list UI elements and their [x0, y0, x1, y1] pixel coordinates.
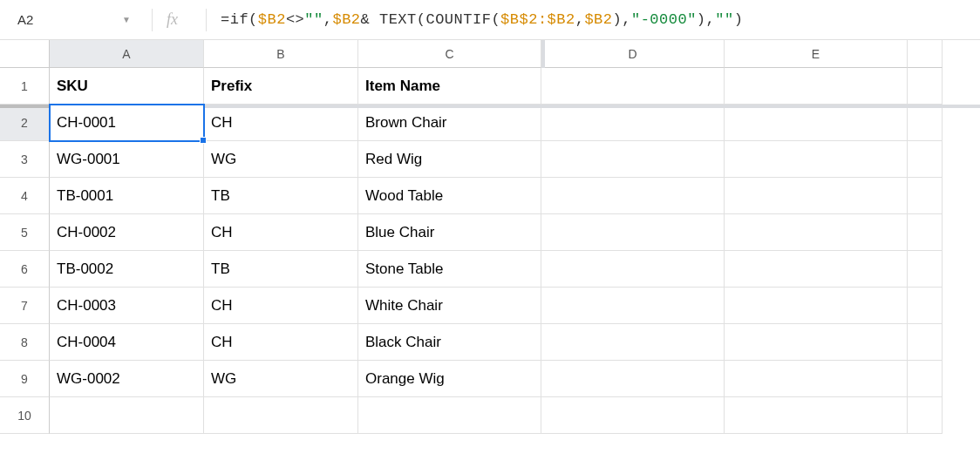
cell-b1[interactable]: Prefix	[204, 68, 358, 105]
cell-d3[interactable]	[541, 141, 725, 178]
row-header-8[interactable]: 8	[0, 324, 50, 361]
formula-token: (	[417, 11, 426, 28]
cell-a2[interactable]: CH-0001	[50, 105, 204, 141]
cell-a9[interactable]: WG-0002	[50, 361, 204, 397]
formula-token: ,	[622, 11, 631, 28]
cell-a3[interactable]: WG-0001	[50, 141, 204, 178]
cell[interactable]	[908, 361, 943, 397]
formula-token: ,	[706, 11, 716, 28]
formula-input[interactable]: =if($B2<>"",$B2 & TEXT(COUNTIF($B$2:$B2,…	[221, 7, 973, 33]
formula-token: <>	[286, 11, 304, 28]
cell[interactable]	[908, 324, 943, 361]
cell-b9[interactable]: WG	[204, 361, 358, 397]
cell-e3[interactable]	[725, 141, 908, 178]
cell-b10[interactable]	[204, 397, 358, 434]
formula-token: )	[734, 11, 744, 28]
cell[interactable]	[908, 214, 943, 251]
cell-c1[interactable]: Item Name	[358, 68, 541, 105]
cell-a8[interactable]: CH-0004	[50, 324, 204, 361]
cell-b6[interactable]: TB	[204, 251, 358, 288]
formula-token: & TEXT	[361, 11, 417, 28]
formula-token: ""	[715, 11, 733, 28]
cell-c9[interactable]: Orange Wig	[358, 361, 541, 397]
row-header-1[interactable]: 1	[0, 68, 50, 105]
cell-c3[interactable]: Red Wig	[358, 141, 541, 178]
cell-d1[interactable]	[541, 68, 725, 105]
cell-e6[interactable]	[725, 251, 908, 288]
column-header-b[interactable]: B	[204, 40, 358, 68]
fx-icon: fx	[167, 10, 178, 29]
cell-d9[interactable]	[541, 361, 725, 397]
cell-b5[interactable]: CH	[204, 214, 358, 251]
cell[interactable]	[908, 141, 943, 178]
row-header-5[interactable]: 5	[0, 214, 50, 251]
row-header-10[interactable]: 10	[0, 397, 50, 434]
cell-d4[interactable]	[541, 178, 725, 214]
cell-e9[interactable]	[725, 361, 908, 397]
cell-e1[interactable]	[725, 68, 908, 105]
select-all-corner[interactable]	[0, 40, 50, 68]
cell-e10[interactable]	[725, 397, 908, 434]
cell-a10[interactable]	[50, 397, 204, 434]
formula-token: =if	[221, 11, 248, 28]
cell[interactable]	[908, 288, 943, 324]
cell-a7[interactable]: CH-0003	[50, 288, 204, 324]
cell-d10[interactable]	[541, 397, 725, 434]
cell[interactable]	[908, 251, 943, 288]
cell-c10[interactable]	[358, 397, 541, 434]
formula-token: (	[248, 11, 258, 28]
cell-e7[interactable]	[725, 288, 908, 324]
cell-c5[interactable]: Blue Chair	[358, 214, 541, 251]
cell-e4[interactable]	[725, 178, 908, 214]
column-header-e[interactable]: E	[725, 40, 908, 68]
cell-a6[interactable]: TB-0002	[50, 251, 204, 288]
formula-token: ,	[575, 11, 585, 28]
cell-c7[interactable]: White Chair	[358, 288, 541, 324]
cell-a1[interactable]: SKU	[50, 68, 204, 105]
cell-e8[interactable]	[725, 324, 908, 361]
row-header-9[interactable]: 9	[0, 361, 50, 397]
divider	[206, 9, 207, 31]
column-header-d[interactable]: D	[541, 40, 725, 68]
column-header[interactable]	[908, 40, 943, 68]
cell[interactable]	[908, 178, 943, 214]
cell[interactable]	[908, 105, 943, 141]
cell[interactable]	[908, 68, 943, 105]
cell-c2[interactable]: Brown Chair	[358, 105, 541, 141]
row-header-3[interactable]: 3	[0, 141, 50, 178]
name-box[interactable]: A2 ▼	[7, 7, 138, 33]
cell-d8[interactable]	[541, 324, 725, 361]
chevron-down-icon[interactable]: ▼	[122, 15, 131, 24]
cell-c4[interactable]: Wood Table	[358, 178, 541, 214]
formula-token: COUNTIF	[425, 11, 491, 28]
cell[interactable]	[908, 397, 943, 434]
row-header-6[interactable]: 6	[0, 251, 50, 288]
cell-b8[interactable]: CH	[204, 324, 358, 361]
cell-d7[interactable]	[541, 288, 725, 324]
column-header-c[interactable]: C	[358, 40, 541, 68]
cell-d2[interactable]	[541, 105, 725, 141]
cell-c8[interactable]: Black Chair	[358, 324, 541, 361]
formula-token: ,	[323, 11, 333, 28]
cell-d5[interactable]	[541, 214, 725, 251]
cell-d6[interactable]	[541, 251, 725, 288]
formula-token: $B2	[332, 11, 360, 28]
cell-b3[interactable]: WG	[204, 141, 358, 178]
cell-b4[interactable]: TB	[204, 178, 358, 214]
row-header-7[interactable]: 7	[0, 288, 50, 324]
cell-b7[interactable]: CH	[204, 288, 358, 324]
formula-token: (	[491, 11, 500, 28]
cell-e2[interactable]	[725, 105, 908, 141]
fill-handle[interactable]	[200, 137, 207, 144]
column-header-a[interactable]: A	[50, 40, 204, 68]
cell-a4[interactable]: TB-0001	[50, 178, 204, 214]
cell-a5[interactable]: CH-0002	[50, 214, 204, 251]
row-header-4[interactable]: 4	[0, 178, 50, 214]
freeze-handle-row[interactable]	[0, 105, 50, 108]
formula-bar: A2 ▼ fx =if($B2<>"",$B2 & TEXT(COUNTIF($…	[0, 0, 980, 40]
cell-b2[interactable]: CH	[204, 105, 358, 141]
row-header-2[interactable]: 2	[0, 105, 50, 141]
cell-e5[interactable]	[725, 214, 908, 251]
cell-c6[interactable]: Stone Table	[358, 251, 541, 288]
freeze-bar-vertical[interactable]	[541, 40, 545, 68]
